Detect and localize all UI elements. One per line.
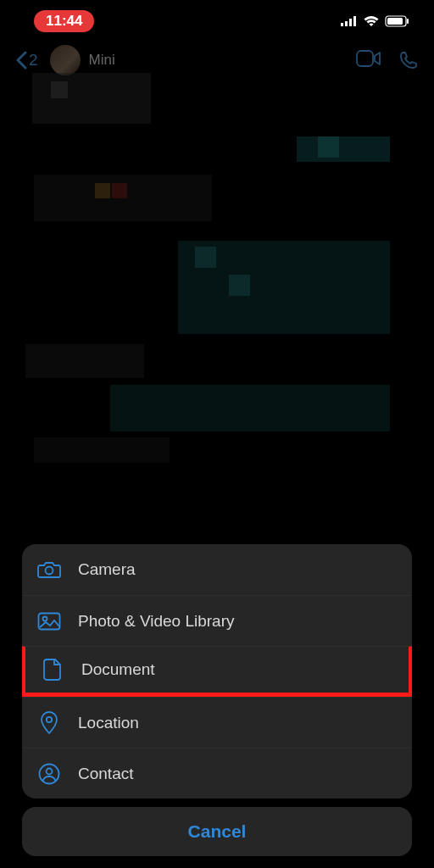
chat-nav-bar: 2 Mini (0, 39, 434, 85)
chevron-left-icon (15, 51, 27, 70)
action-location-label: Location (78, 714, 139, 732)
attachment-sheet-container: Camera Photo & Video Library Document Lo… (22, 544, 412, 856)
svg-rect-7 (357, 51, 373, 66)
action-camera[interactable]: Camera (22, 544, 412, 595)
document-icon (41, 659, 64, 681)
svg-point-11 (47, 716, 52, 721)
svg-rect-5 (387, 18, 403, 25)
photo-icon (37, 612, 61, 631)
contact-name: Mini (89, 52, 356, 69)
status-time-pill: 11:44 (34, 10, 94, 32)
action-camera-label: Camera (78, 560, 136, 579)
battery-icon (385, 15, 410, 27)
video-call-icon[interactable] (356, 50, 381, 70)
camera-icon (37, 560, 61, 579)
svg-rect-9 (39, 613, 60, 629)
action-location[interactable]: Location (22, 697, 412, 748)
svg-point-10 (43, 616, 47, 620)
svg-rect-6 (407, 19, 409, 24)
contact-info[interactable]: Mini (89, 52, 356, 69)
svg-point-13 (47, 768, 53, 774)
action-contact-label: Contact (78, 765, 133, 783)
action-document[interactable]: Document (22, 646, 412, 697)
action-contact[interactable]: Contact (22, 748, 412, 798)
action-photo-library-label: Photo & Video Library (78, 612, 235, 631)
status-bar: 11:44 (0, 0, 434, 39)
cancel-button[interactable]: Cancel (22, 807, 412, 856)
svg-rect-0 (341, 23, 343, 26)
back-badge: 2 (29, 51, 38, 70)
contact-icon (37, 763, 61, 785)
svg-rect-3 (353, 16, 356, 26)
avatar[interactable] (50, 45, 81, 75)
cellular-icon (341, 16, 358, 26)
location-icon (37, 711, 61, 735)
back-button[interactable]: 2 (15, 51, 38, 70)
chat-background (0, 56, 434, 497)
action-photo-library[interactable]: Photo & Video Library (22, 595, 412, 646)
cancel-button-label: Cancel (188, 821, 247, 842)
svg-rect-2 (349, 19, 352, 26)
voice-call-icon[interactable] (398, 50, 419, 70)
wifi-icon (363, 15, 380, 27)
svg-rect-1 (345, 21, 348, 26)
attachment-action-sheet: Camera Photo & Video Library Document Lo… (22, 544, 412, 798)
status-icons (341, 15, 410, 27)
svg-point-8 (46, 567, 53, 575)
action-document-label: Document (81, 660, 155, 679)
